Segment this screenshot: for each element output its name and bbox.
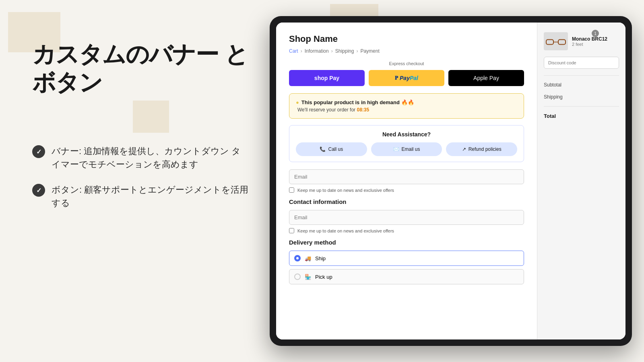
- total-label: Total: [544, 113, 556, 119]
- svg-rect-1: [558, 39, 566, 44]
- express-buttons: shop Pay 𝐏 PayPal Apple Pay: [289, 70, 524, 86]
- glasses-svg: [546, 35, 566, 47]
- demand-timer: 08:35: [357, 107, 369, 113]
- ship-label: Ship: [315, 255, 326, 261]
- discount-code-input[interactable]: [544, 57, 619, 69]
- reserve-text: We'll reserve your order for: [297, 107, 355, 113]
- breadcrumb-shipping: Shipping: [335, 48, 354, 54]
- email-input-contact[interactable]: [289, 210, 524, 225]
- warning-icon: ●: [296, 99, 299, 105]
- tablet-screen: Shop Name Cart › Information › Shipping …: [276, 23, 625, 339]
- breadcrumb-cart[interactable]: Cart: [289, 48, 298, 54]
- newsletter-checkbox-row-top: Keep me up to date on news and exclusive…: [289, 187, 524, 193]
- radio-ship: [294, 255, 301, 261]
- email-input-top[interactable]: [289, 169, 524, 184]
- checkout-main: Shop Name Cart › Information › Shipping …: [276, 23, 537, 339]
- email-us-label: Email us: [402, 146, 420, 152]
- features-list: バナー: 追加情報を提供し、カウントダウン タイマーでモチベーションを高めます …: [32, 144, 250, 210]
- delivery-options: 🚚 Ship 🏪 Pick up: [289, 251, 524, 284]
- phone-icon: 📞: [320, 146, 326, 152]
- external-link-icon: ↗: [462, 146, 466, 152]
- contact-section-label: Contact information: [289, 198, 524, 205]
- radio-pickup: [294, 274, 301, 280]
- ship-icon: 🚚: [305, 255, 311, 261]
- subtotal-row: Subtotal: [544, 82, 619, 88]
- paypal-icon: 𝐏: [395, 75, 398, 81]
- feature-item-2: ボタン: 顧客サポートとエンゲージメントを活用する: [32, 183, 250, 210]
- left-panel: カスタムのバナー とボタン バナー: 追加情報を提供し、カウントダウン タイマー…: [0, 0, 274, 362]
- subtotal-label: Subtotal: [544, 82, 561, 88]
- delivery-option-pickup[interactable]: 🏪 Pick up: [289, 269, 524, 284]
- hero-title: カスタムのバナー とボタン: [32, 40, 250, 96]
- pickup-label: Pick up: [315, 274, 332, 280]
- check-icon-2: [32, 184, 45, 197]
- divider-2: [544, 106, 619, 107]
- product-image: [544, 32, 568, 50]
- pickup-icon: 🏪: [305, 274, 311, 280]
- feature-text-2: ボタン: 顧客サポートとエンゲージメントを活用する: [52, 183, 250, 210]
- total-row: Total: [544, 113, 619, 119]
- check-icon-1: [32, 145, 45, 158]
- email-us-button[interactable]: ✉️ Email us: [371, 142, 442, 156]
- product-info: Monaco BRC12 2 feet: [572, 36, 619, 47]
- demand-banner-subtitle: We'll reserve your order for 08:35: [296, 107, 517, 113]
- shop-name: Shop Name: [289, 34, 524, 44]
- demand-banner-title: ● This popular product is in high demand…: [296, 99, 517, 105]
- refund-policies-label: Refund policies: [469, 146, 502, 152]
- shop-pay-button[interactable]: shop Pay: [289, 70, 365, 86]
- shop-pay-label: shop Pay: [314, 75, 339, 81]
- newsletter-label-top: Keep me up to date on news and exclusive…: [297, 188, 394, 193]
- product-preview: 1 Monaco BRC12 2 feet: [544, 32, 619, 50]
- feature-text-1: バナー: 追加情報を提供し、カウントダウン タイマーでモチベーションを高めます: [52, 144, 250, 171]
- divider-1: [544, 75, 619, 76]
- tablet-frame: Shop Name Cart › Information › Shipping …: [270, 16, 632, 346]
- delivery-option-ship[interactable]: 🚚 Ship: [289, 251, 524, 266]
- apple-pay-button[interactable]: Apple Pay: [448, 70, 524, 86]
- apple-pay-label: Apple Pay: [473, 75, 499, 81]
- product-badge: 1: [592, 30, 599, 37]
- shipping-label: Shipping: [544, 94, 563, 100]
- feature-item-1: バナー: 追加情報を提供し、カウントダウン タイマーでモチベーションを高めます: [32, 144, 250, 171]
- demand-banner: ● This popular product is in high demand…: [289, 93, 524, 119]
- newsletter-label-contact: Keep me up to date on news and exclusive…: [297, 228, 394, 233]
- breadcrumb: Cart › Information › Shipping › Payment: [289, 48, 524, 54]
- assistance-buttons: 📞 Call us ✉️ Email us ↗ Refund policies: [296, 142, 517, 156]
- call-us-button[interactable]: 📞 Call us: [296, 142, 367, 156]
- newsletter-checkbox-top[interactable]: [289, 187, 294, 193]
- breadcrumb-sep-1: ›: [301, 48, 302, 54]
- assistance-title: Need Assistance?: [296, 131, 517, 138]
- delivery-section-label: Delivery method: [289, 239, 524, 246]
- shipping-row: Shipping: [544, 94, 619, 100]
- right-panel: Shop Name Cart › Information › Shipping …: [258, 0, 644, 362]
- breadcrumb-sep-3: ›: [356, 48, 358, 54]
- email-icon: ✉️: [393, 146, 399, 152]
- refund-policies-button[interactable]: ↗ Refund policies: [446, 142, 517, 156]
- demand-title-text: This popular product is in high demand 🔥…: [301, 99, 414, 105]
- newsletter-checkbox-row-contact: Keep me up to date on news and exclusive…: [289, 228, 524, 233]
- newsletter-checkbox-contact[interactable]: [289, 228, 294, 233]
- call-us-label: Call us: [328, 146, 343, 152]
- paypal-label: PayPal: [400, 75, 418, 81]
- breadcrumb-information: Information: [305, 48, 329, 54]
- paypal-button[interactable]: 𝐏 PayPal: [369, 70, 444, 86]
- breadcrumb-payment: Payment: [360, 48, 379, 54]
- breadcrumb-sep-2: ›: [331, 48, 333, 54]
- express-checkout-label: Express checkout: [289, 61, 524, 66]
- assistance-panel: Need Assistance? 📞 Call us ✉️ Email us ↗: [289, 125, 524, 162]
- svg-rect-0: [546, 39, 553, 44]
- product-size: 2 feet: [572, 42, 619, 47]
- checkout-sidebar: 1 Monaco BRC12 2 feet: [537, 23, 625, 339]
